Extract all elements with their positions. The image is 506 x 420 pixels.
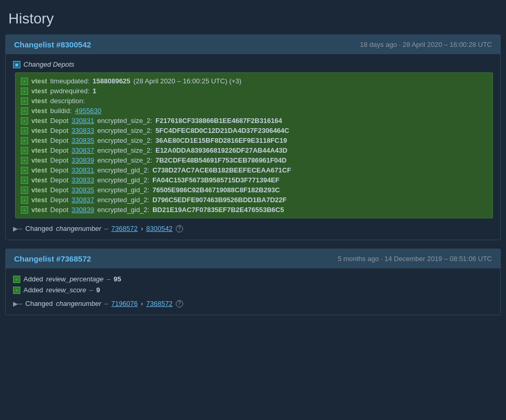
value-7: E12A0DDA839366819226DF27AB44A43D bbox=[155, 146, 287, 154]
key-12: Depot bbox=[50, 196, 68, 204]
changelist-2-header: Changelist #7368572 5 months ago · 14 De… bbox=[6, 249, 500, 268]
plus-icon-12[interactable]: + bbox=[21, 196, 28, 204]
plus-icon-8[interactable]: + bbox=[21, 157, 28, 164]
plus-icon-0[interactable]: + bbox=[21, 78, 28, 85]
app-label-12: vtest bbox=[31, 196, 47, 204]
depot-num-5[interactable]: 330833 bbox=[71, 127, 94, 134]
depot-row-2: + vtest description: bbox=[21, 96, 487, 106]
changed-arrow-1: › bbox=[141, 225, 143, 232]
depot-num-13[interactable]: 330839 bbox=[71, 206, 94, 214]
changelist-2: Changelist #7368572 5 months ago · 14 De… bbox=[5, 249, 501, 315]
changelist-1-id: Changelist #8300542 bbox=[14, 40, 91, 49]
plus-icon-5[interactable]: + bbox=[21, 127, 28, 134]
value-6: 36AE80CD1E15BF8D2816EF9E3118FC19 bbox=[155, 137, 287, 144]
added-label-0: Added bbox=[23, 275, 43, 283]
app-label-9: vtest bbox=[31, 166, 47, 174]
changelist-2-id: Changelist #7368572 bbox=[14, 254, 91, 263]
changelist-1-header: Changelist #8300542 18 days ago · 28 Apr… bbox=[6, 35, 500, 54]
help-icon-2[interactable]: ? bbox=[176, 300, 183, 307]
key-8: Depot bbox=[50, 156, 68, 164]
added-key-1: review_score bbox=[46, 286, 87, 294]
value-3[interactable]: 4955630 bbox=[75, 107, 102, 115]
sub-key-5: encrypted_size_2: bbox=[97, 127, 152, 134]
depot-num-9[interactable]: 330831 bbox=[71, 166, 94, 174]
app-label-6: vtest bbox=[31, 137, 47, 144]
key-5: Depot bbox=[50, 127, 68, 134]
depot-num-7[interactable]: 330837 bbox=[71, 146, 94, 154]
depot-row-5: + vtest Depot 330833 encrypted_size_2: 5… bbox=[21, 126, 487, 135]
depot-row-8: + vtest Depot 330839 encrypted_size_2: 7… bbox=[21, 155, 487, 165]
changelist-2-changed-row: ▶─ Changed changenumber – 7196076 › 7368… bbox=[13, 298, 493, 310]
changed-label-2: Changed bbox=[26, 300, 53, 307]
depots-container: + vtest timeupdated: 1588089625 (28 Apri… bbox=[15, 72, 493, 218]
value-11: 76505E986C92B46719088C8F182B293C bbox=[152, 186, 280, 194]
value-8: 7B2CDFE48B54691F753CEB786961F04D bbox=[155, 156, 286, 164]
value-13: BD21E19AC7F07835EF7B2E476553B6C5 bbox=[152, 206, 284, 214]
plus-icon-10[interactable]: + bbox=[21, 177, 28, 184]
section-toggle-icon[interactable]: ■ bbox=[13, 61, 20, 68]
key-0: timeupdated: bbox=[50, 77, 89, 85]
plus-icon-9[interactable]: + bbox=[21, 167, 28, 174]
added-label-1: Added bbox=[23, 286, 43, 294]
value-4: F217618CF338866B1EE4687F2B316164 bbox=[155, 117, 282, 125]
key-9: Depot bbox=[50, 166, 68, 174]
key-3: buildid: bbox=[50, 107, 71, 115]
page-title: History bbox=[5, 5, 501, 34]
sub-key-13: encrypted_gid_2: bbox=[97, 206, 149, 214]
depot-num-6[interactable]: 330835 bbox=[71, 137, 94, 144]
changelist-2-date: 5 months ago · 14 December 2019 – 08:51:… bbox=[338, 255, 492, 263]
arrow-icon-1: ▶─ bbox=[13, 225, 22, 232]
depot-row-9: + vtest Depot 330831 encrypted_gid_2: C7… bbox=[21, 165, 487, 175]
help-icon-1[interactable]: ? bbox=[176, 225, 183, 232]
sub-key-8: encrypted_size_2: bbox=[97, 156, 152, 164]
added-value-0: 95 bbox=[114, 275, 121, 283]
value-9: C738D27AC7ACE6B182BEEFECEAA671CF bbox=[152, 166, 291, 174]
depot-row-1: + vtest pwdrequired: 1 bbox=[21, 86, 487, 96]
plus-icon-1[interactable]: + bbox=[21, 88, 28, 95]
app-label-10: vtest bbox=[31, 176, 47, 184]
value-5: 5FC4DFEC8D0C12D21DA4D37F2306464C bbox=[155, 127, 290, 134]
changed-label-1: Changed bbox=[26, 225, 53, 232]
app-label-0: vtest bbox=[31, 77, 47, 85]
depot-num-10[interactable]: 330833 bbox=[71, 176, 94, 184]
plus-icon-6[interactable]: + bbox=[21, 137, 28, 144]
changed-from-2[interactable]: 7196076 bbox=[111, 300, 138, 307]
dash-1: – bbox=[104, 225, 108, 232]
plus-icon-2[interactable]: + bbox=[21, 97, 28, 105]
key-6: Depot bbox=[50, 137, 68, 144]
depot-row-4: + vtest Depot 330831 encrypted_size_2: F… bbox=[21, 116, 487, 126]
sub-key-7: encrypted_size_2: bbox=[97, 146, 152, 154]
value-10: FA04C153F5673B9585715D3F771394EF bbox=[152, 176, 280, 184]
plus-icon-7[interactable]: + bbox=[21, 147, 28, 154]
depot-num-11[interactable]: 330835 bbox=[71, 186, 94, 194]
depot-row-10: + vtest Depot 330833 encrypted_gid_2: FA… bbox=[21, 175, 487, 185]
changelist-1-date: 18 days ago · 28 April 2020 – 16:00:28 U… bbox=[360, 41, 492, 48]
plus-icon-13[interactable]: + bbox=[21, 206, 28, 214]
changed-field-2: changenumber bbox=[56, 300, 101, 307]
plus-icon-add-0[interactable]: + bbox=[13, 276, 20, 283]
depot-num-8[interactable]: 330839 bbox=[71, 156, 94, 164]
value-0: 1588089625 bbox=[93, 77, 130, 85]
depot-row-7: + vtest Depot 330837 encrypted_size_2: E… bbox=[21, 145, 487, 155]
depot-num-12[interactable]: 330837 bbox=[71, 196, 94, 204]
depot-row-11: + vtest Depot 330835 encrypted_gid_2: 76… bbox=[21, 185, 487, 195]
changed-to-1[interactable]: 8300542 bbox=[146, 225, 173, 232]
changed-from-1[interactable]: 7368572 bbox=[111, 225, 138, 232]
app-label-5: vtest bbox=[31, 127, 47, 134]
plus-icon-3[interactable]: + bbox=[21, 107, 28, 115]
depot-num-4[interactable]: 330831 bbox=[71, 117, 94, 125]
app-label-11: vtest bbox=[31, 186, 47, 194]
changed-depots-section: ■ Changed Depots bbox=[13, 59, 493, 69]
dash-add-1: – bbox=[89, 286, 93, 294]
sub-key-4: encrypted_size_2: bbox=[97, 117, 152, 125]
app-label-13: vtest bbox=[31, 206, 47, 214]
plus-icon-11[interactable]: + bbox=[21, 187, 28, 194]
plus-icon-4[interactable]: + bbox=[21, 117, 28, 125]
added-row-1: + Added review_score – 9 bbox=[13, 285, 493, 295]
depot-row-13: + vtest Depot 330839 encrypted_gid_2: BD… bbox=[21, 205, 487, 215]
sub-key-6: encrypted_size_2: bbox=[97, 137, 152, 144]
changed-to-2[interactable]: 7368572 bbox=[146, 300, 173, 307]
changelist-1: Changelist #8300542 18 days ago · 28 Apr… bbox=[5, 34, 501, 240]
plus-icon-add-1[interactable]: + bbox=[13, 287, 20, 294]
extra-0: (28 April 2020 – 16:00:25 UTC) (+3) bbox=[134, 77, 242, 85]
